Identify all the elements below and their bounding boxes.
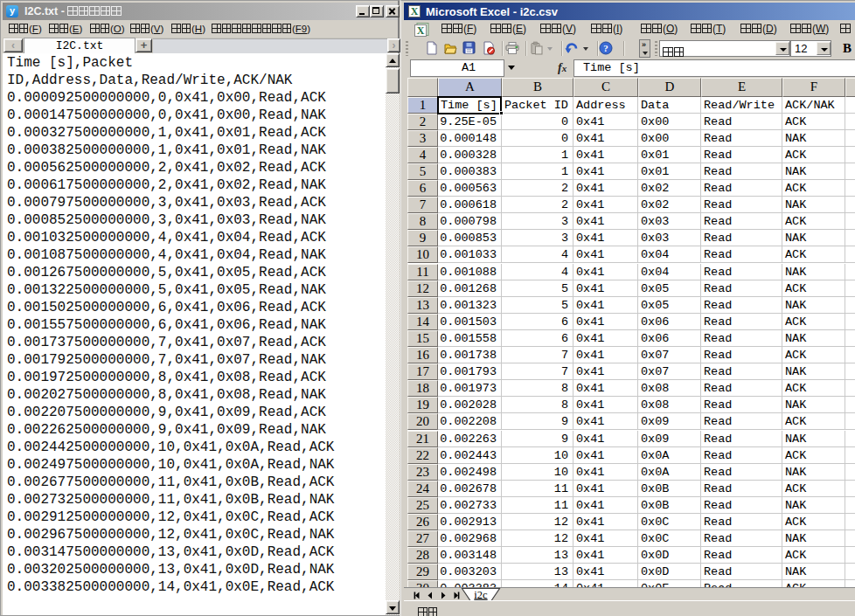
svg-text:?: ? (603, 43, 608, 53)
svg-text:X: X (417, 24, 425, 37)
svg-text:i2c: i2c (474, 589, 488, 601)
